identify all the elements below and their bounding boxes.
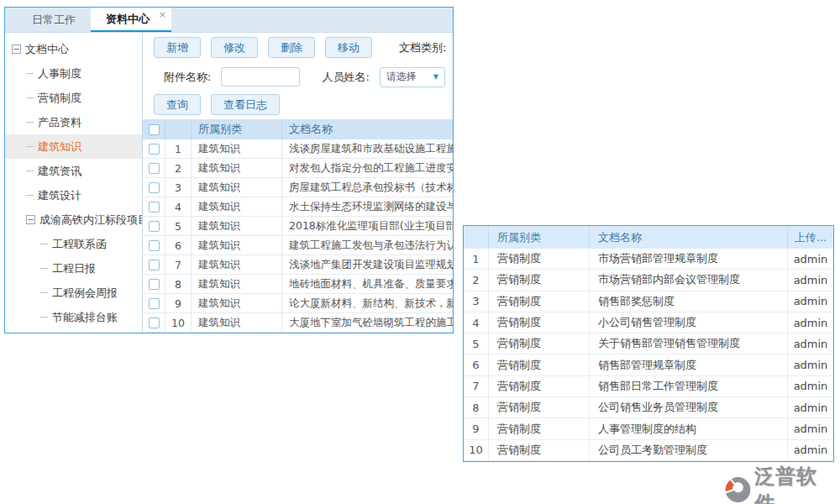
tree-item[interactable]: 产品资料 xyxy=(5,110,142,134)
row-docname: 公司员工考勤管理制度 xyxy=(590,440,788,460)
table-row[interactable]: 6 营销制度 销售部管理规章制度 admin xyxy=(464,354,833,375)
tree-branch-line xyxy=(40,292,48,293)
tree-item[interactable]: 建筑资讯 xyxy=(5,159,142,183)
tree-item[interactable]: 工程例会周报 xyxy=(5,281,142,305)
table-row[interactable]: 1 建筑知识 浅谈房屋建筑和市政基础设施工程施工... xyxy=(143,139,453,159)
tab-daily-work-label: 日常工作 xyxy=(32,13,76,28)
tree-item-label: 文档中心 xyxy=(25,42,69,57)
row-number: 4 xyxy=(464,312,489,333)
row-docname: 销售部管理规章制度 xyxy=(590,354,788,375)
tree-item-label: 建筑设计 xyxy=(38,188,81,203)
row-category: 建筑知识 xyxy=(192,255,282,274)
row-checkbox[interactable] xyxy=(149,221,160,232)
table-row[interactable]: 3 营销制度 销售部奖惩制度 admin xyxy=(464,291,833,312)
row-number: 2 xyxy=(165,159,192,177)
add-button[interactable]: 新增 xyxy=(154,37,201,58)
tree-branch-line xyxy=(26,73,34,74)
row-category: 建筑知识 xyxy=(192,197,282,216)
select-all-checkbox[interactable] xyxy=(149,124,160,135)
row-number: 2 xyxy=(464,270,489,290)
table-row[interactable]: 5 建筑知识 2018标准化监理项目部(业主项目部)人员... xyxy=(143,217,453,236)
tree-item-label: 工程日报 xyxy=(52,261,96,276)
person-name-value: 请选择 xyxy=(386,70,417,84)
tree-item[interactable]: 人事制度 xyxy=(5,61,142,86)
doc-category-label: 文档类别: xyxy=(399,40,446,55)
table-row[interactable]: 8 营销制度 公司销售业务员管理制度 admin xyxy=(464,397,833,418)
row-checkbox[interactable] xyxy=(149,240,160,251)
expand-toggle-icon[interactable] xyxy=(26,215,35,224)
number-column-header xyxy=(165,119,192,139)
row-docname: 论大厦新材料、新结构、新技术，新工... xyxy=(282,294,453,312)
table-row[interactable]: 4 建筑知识 水土保持生态环境监测网络的建设与资... xyxy=(143,197,453,217)
tree-item-label: 营销制度 xyxy=(38,91,81,106)
table-row[interactable]: 1 营销制度 市场营销部管理规章制度 admin xyxy=(464,249,833,270)
tree-item-label: 人事制度 xyxy=(38,66,81,81)
tree-item[interactable]: 工程日报 xyxy=(5,256,142,281)
row-checkbox[interactable] xyxy=(149,202,160,213)
row-uploader: admin xyxy=(788,249,833,269)
tree-item[interactable]: 建筑知识 xyxy=(5,134,142,159)
tree-item-label: 成渝高铁内江标段项目 xyxy=(39,213,143,228)
table-row[interactable]: 7 建筑知识 浅谈地产集团开发建设项目监理规划编... xyxy=(143,255,453,275)
table-row[interactable]: 2 建筑知识 对发包人指定分包的工程施工进度安排... xyxy=(143,159,453,178)
tree-item[interactable]: 文档中心 xyxy=(5,37,142,61)
tree-item[interactable]: 营销制度 xyxy=(5,86,142,110)
expand-toggle-icon[interactable] xyxy=(12,45,21,54)
filter-row: 附件名称: 人员姓名: 请选择 ▼ 上传日期: xyxy=(143,62,453,92)
table-row[interactable]: 6 建筑知识 建筑工程施工发包与承包违法行为认定... xyxy=(143,236,453,255)
row-number: 7 xyxy=(464,376,489,396)
table-row[interactable]: 9 建筑知识 论大厦新材料、新结构、新技术，新工... xyxy=(143,294,453,313)
view-log-button[interactable]: 查看日志 xyxy=(211,94,280,115)
row-docname: 浅谈地产集团开发建设项目监理规划编... xyxy=(282,255,453,274)
row-docname: 水土保持生态环境监测网络的建设与资... xyxy=(282,197,453,216)
row-category: 营销制度 xyxy=(489,291,590,312)
row-number: 5 xyxy=(165,217,192,235)
tab-daily-work[interactable]: 日常工作 xyxy=(17,8,91,32)
tab-data-center[interactable]: 资料中心 × xyxy=(91,8,171,32)
category-column-header: 所属别类 xyxy=(489,226,590,249)
person-name-select[interactable]: 请选择 ▼ xyxy=(380,67,445,87)
row-checkbox[interactable] xyxy=(149,260,160,270)
documents-table: 所属别类 文档名称 1 建筑知识 浅谈房屋建筑和市政基础设施工程施工... xyxy=(143,119,453,333)
table-row[interactable]: 8 建筑知识 地砖地面材料、机具准备、质量要求及... xyxy=(143,275,453,294)
row-number: 3 xyxy=(165,178,192,197)
attachment-name-input[interactable] xyxy=(221,67,300,87)
move-button[interactable]: 移动 xyxy=(325,37,372,58)
row-category: 建筑知识 xyxy=(192,139,282,158)
row-number: 3 xyxy=(464,291,489,312)
table-row[interactable]: 3 建筑知识 房屋建筑工程总承包投标书（技术标）... xyxy=(143,178,453,197)
row-uploader: admin xyxy=(788,312,833,333)
row-checkbox[interactable] xyxy=(149,182,160,193)
docname-column-header: 文档名称 xyxy=(590,226,788,249)
row-checkbox[interactable] xyxy=(149,144,160,155)
category-column-header: 所属别类 xyxy=(192,119,282,139)
tree-item[interactable]: 节能减排台账 xyxy=(5,305,142,329)
close-icon[interactable]: × xyxy=(159,9,166,20)
query-button[interactable]: 查询 xyxy=(154,94,201,115)
sidebar-tree: 文档中心 人事制度 营销制度 产品资料 xyxy=(5,33,143,333)
tree-item[interactable]: 建筑设计 xyxy=(5,183,142,207)
edit-button[interactable]: 修改 xyxy=(211,37,258,58)
table-row[interactable]: 9 营销制度 人事管理制度的结构 admin xyxy=(464,418,833,439)
row-docname: 对发包人指定分包的工程施工进度安排... xyxy=(282,159,453,177)
table-row[interactable]: 7 营销制度 销售部日常工作管理制度 admin xyxy=(464,376,833,397)
table-row[interactable]: 5 营销制度 关于销售部管理销售管理制度 admin xyxy=(464,333,833,354)
table-row[interactable]: 10 建筑知识 大厦地下室加气砼墙砌筑工程的施工方... xyxy=(143,313,453,333)
tree-item[interactable]: 成渝高铁内江标段项目 xyxy=(5,207,142,232)
tree-item[interactable]: 工程联系函 xyxy=(5,232,142,256)
table-row[interactable]: 2 营销制度 市场营销部内部会议管理制度 admin xyxy=(464,270,833,291)
delete-button[interactable]: 删除 xyxy=(268,37,315,58)
table-row[interactable]: 10 营销制度 公司员工考勤管理制度 admin xyxy=(464,440,833,461)
row-uploader: admin xyxy=(788,376,833,396)
row-checkbox[interactable] xyxy=(149,318,160,328)
row-checkbox[interactable] xyxy=(149,163,160,174)
row-category: 建筑知识 xyxy=(192,178,282,197)
row-checkbox[interactable] xyxy=(149,298,160,309)
row-checkbox[interactable] xyxy=(149,279,160,290)
attachment-name-label: 附件名称: xyxy=(164,70,211,85)
person-name-label: 人员姓名: xyxy=(322,70,369,85)
fanpu-logo: 泛普软件 www.fanpusoft.com xyxy=(724,463,837,504)
table-row[interactable]: 4 营销制度 小公司销售管理制度 admin xyxy=(464,312,833,333)
tree-item[interactable]: 分工单位工作移交 xyxy=(5,329,142,333)
row-docname: 房屋建筑工程总承包投标书（技术标）... xyxy=(282,178,453,197)
